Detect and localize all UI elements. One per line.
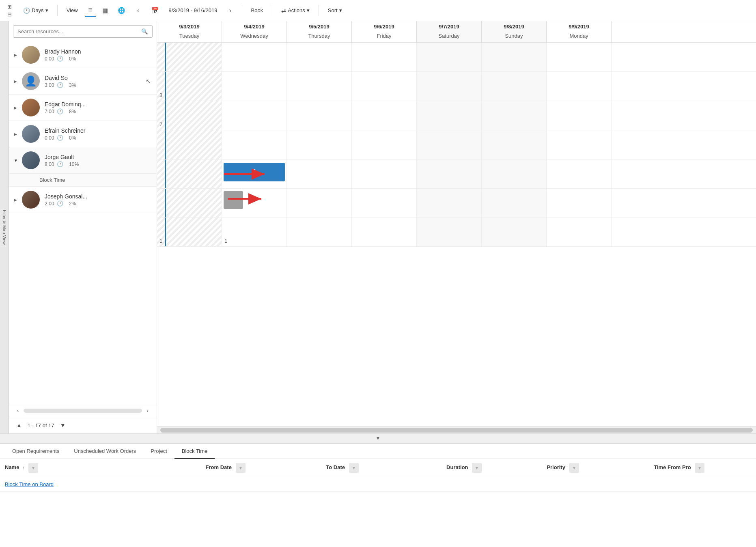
clock-icon: 🕐 (23, 7, 30, 14)
calendar-picker-btn[interactable]: 📅 (148, 4, 162, 17)
pagination-row: ▲ 1 - 17 of 17 ▼ (9, 417, 157, 433)
resource-item[interactable]: ▶ 👤 David So 3:00 🕐 3% ↖ (9, 68, 157, 95)
avatar (22, 46, 40, 64)
calendar-event-block[interactable]: 8 (224, 163, 285, 181)
avatar (22, 99, 40, 116)
cal-cell (417, 43, 482, 71)
cal-cell (352, 72, 417, 101)
name-filter-btn[interactable]: ▾ (28, 463, 38, 473)
cal-cell (352, 189, 417, 217)
sidebar-scrollbar[interactable] (24, 409, 142, 413)
resource-item[interactable]: ▼ Jorge Gault 8:00 🕐 10% (9, 147, 157, 174)
calendar-resource-row: 1 1 (157, 218, 756, 247)
cal-cell (352, 43, 417, 71)
cal-cell (287, 72, 352, 101)
resource-name: Brady Hannon (45, 48, 152, 55)
panel-collapse-icon: ▼ (376, 435, 381, 441)
priority-filter-btn[interactable]: ▾ (569, 463, 579, 473)
resource-name: David So (45, 75, 152, 81)
book-btn[interactable]: Book (247, 5, 267, 16)
avatar: 👤 (22, 72, 40, 90)
actions-btn[interactable]: ⇄ Actions ▾ (277, 5, 314, 16)
search-container: 🔍 (13, 25, 153, 38)
block-time-table: Name ↑ ▾ From Date ▾ To Date ▾ Duration (0, 459, 756, 492)
tab-block-time[interactable]: Block Time (174, 444, 215, 459)
scroll-right-btn[interactable]: › (144, 406, 152, 415)
bottom-tabs: Open Requirements Unscheduled Work Order… (0, 444, 756, 459)
duration-filter-btn[interactable]: ▾ (472, 463, 482, 473)
list-view-btn[interactable]: ≡ (85, 4, 96, 17)
page-down-btn[interactable]: ▼ (58, 420, 68, 430)
expand-icon[interactable]: ▶ (14, 106, 19, 110)
col-header-name: Name ↑ ▾ (0, 459, 201, 477)
resource-meta: 3:00 🕐 3% (45, 82, 152, 88)
resource-item[interactable]: ▶ Joseph Gonsal... 2:00 🕐 2% (9, 187, 157, 213)
block-time-subitem: Block Time (9, 174, 157, 187)
cal-day-weekday: Tuesday (157, 32, 222, 42)
tab-open-requirements[interactable]: Open Requirements (5, 444, 67, 459)
panel-collapse-handle[interactable]: ▼ (0, 433, 756, 443)
expand-icon[interactable]: ▶ (14, 198, 19, 202)
to-date-filter-btn[interactable]: ▾ (349, 463, 359, 473)
calendar-body: 3 7 (157, 43, 756, 426)
calendar-block-time-block[interactable] (224, 191, 243, 209)
resource-meta: 7:00 🕐 8% (45, 108, 152, 114)
calendar-resource-row: 8 (157, 159, 756, 189)
sort-btn[interactable]: Sort ▾ (324, 5, 346, 16)
time-filter-btn[interactable]: ▾ (695, 463, 704, 473)
cal-day-weekday: Sunday (482, 32, 546, 42)
next-period-btn[interactable]: › (224, 4, 237, 17)
cal-cell (222, 189, 287, 217)
globe-btn[interactable]: 🌐 (114, 4, 129, 17)
days-btn[interactable]: 🕐 Days ▾ (19, 5, 52, 16)
cal-cell (222, 72, 287, 101)
view-btn[interactable]: View (62, 5, 82, 16)
pagination-info: 1 - 17 of 17 (28, 422, 54, 429)
sort-label: Sort (328, 7, 338, 13)
expand-icon[interactable]: ▶ (14, 79, 19, 84)
search-icon: 🔍 (141, 28, 148, 34)
resource-list: ▶ Brady Hannon 0:00 🕐 0% ▶ (9, 42, 157, 404)
cal-day-weekday: Friday (352, 32, 416, 42)
scroll-left-btn[interactable]: ‹ (14, 406, 22, 415)
cal-cell (287, 189, 352, 217)
block-time-link[interactable]: Block Time on Board (5, 481, 54, 487)
table-header-row: Name ↑ ▾ From Date ▾ To Date ▾ Duration (0, 459, 756, 477)
block-time-label: Block Time (39, 177, 65, 183)
prev-period-btn[interactable]: ‹ (132, 4, 145, 17)
search-input[interactable] (13, 26, 137, 37)
tab-unscheduled-work-orders[interactable]: Unscheduled Work Orders (67, 444, 143, 459)
date-range-display: 9/3/2019 - 9/16/2019 (166, 7, 221, 13)
cal-cell (287, 130, 352, 159)
search-button[interactable]: 🔍 (137, 26, 152, 37)
from-date-filter-btn[interactable]: ▾ (236, 463, 246, 473)
expand-icon[interactable]: ▼ (14, 158, 19, 163)
cal-cell (417, 189, 482, 217)
bottom-table-wrap: Name ↑ ▾ From Date ▾ To Date ▾ Duration (0, 459, 756, 547)
zoom-out-btn[interactable]: ⊟ (5, 11, 14, 18)
expand-icon[interactable]: ▶ (14, 53, 19, 57)
zoom-in-btn[interactable]: ⊞ (5, 3, 14, 11)
cal-day-date: 9/5/2019 (287, 21, 351, 32)
cal-cell (417, 101, 482, 130)
page-up-btn[interactable]: ▲ (14, 420, 24, 430)
cal-cell (482, 218, 547, 246)
filter-map-tab[interactable]: Filter & Map View (0, 21, 9, 433)
expand-icon[interactable]: ▶ (14, 132, 19, 136)
resource-meta: 0:00 🕐 0% (45, 135, 152, 141)
col-header-to-date: To Date ▾ (321, 459, 442, 477)
resource-item[interactable]: ▶ Edgar Dominq... 7:00 🕐 8% (9, 95, 157, 121)
tab-project[interactable]: Project (143, 444, 174, 459)
cal-cell (287, 159, 352, 188)
name-sort-icon[interactable]: ↑ (22, 465, 25, 470)
grid-view-btn[interactable]: ▦ (99, 4, 111, 17)
sort-chevron-icon: ▾ (339, 7, 342, 13)
cal-cell (157, 189, 222, 217)
cell-number: 1 (159, 238, 162, 244)
resource-item[interactable]: ▶ Efrain Schreiner 0:00 🕐 0% (9, 121, 157, 147)
cal-cell (352, 159, 417, 188)
scrollbar-thumb[interactable] (160, 428, 753, 433)
calendar-scrollbar[interactable] (157, 426, 756, 433)
cal-cell (222, 43, 287, 71)
resource-item[interactable]: ▶ Brady Hannon 0:00 🕐 0% (9, 42, 157, 68)
